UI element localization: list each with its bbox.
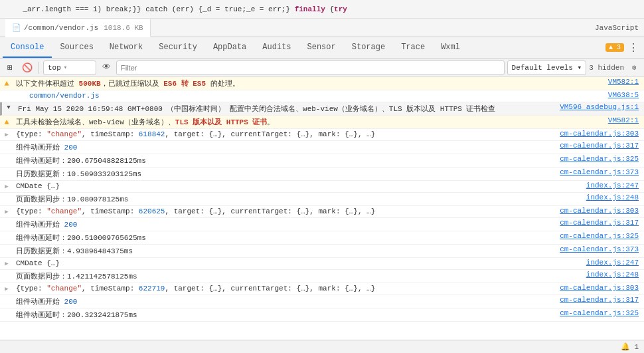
console-row-warn-2: ▲ 工具未检验合法域名、web-view（业务域名）、TLS 版本以及 HTTP… [0,116,644,129]
anim-start-content-1: 组件动画开始 200 [13,142,524,153]
console-row-cmdate-1: ▶ CMDate {…} index.js:247 [0,181,644,193]
console-toolbar: ⊞ 🚫 top ▾ 👁 Default levels ▾ 3 hidden ⚙ [0,59,644,77]
console-row-cal-update-1: 日历数据更新：10.509033203125ms cm-calendar.js:… [0,168,644,181]
cal-update-source-1[interactable]: cm-calendar.js:373 [524,168,644,176]
file-tab-vendor[interactable]: 📄 /common/vendor.js 1018.6 KB [5,19,151,37]
tab-console[interactable]: Console [3,37,52,58]
console-row-obj-2: ▶ {type: "change", timeStamp: 620625, ta… [0,206,644,218]
empty-icon-3 [0,168,13,170]
page-sync-source-2[interactable]: index.js:248 [524,271,644,279]
page-sync-source-1[interactable]: index.js:248 [524,193,644,201]
file-tabs-bar: 📄 /common/vendor.js 1018.6 KB JavaScript [0,19,644,37]
status-bar: 🔔 1 [0,340,644,353]
anim-start-source-3[interactable]: cm-calendar.js:317 [524,296,644,304]
section-content: Fri May 15 2020 16:59:48 GMT+0800 （中国标准时… [15,103,524,114]
anim-start-source-1[interactable]: cm-calendar.js:317 [524,142,644,150]
console-body: ▲ 以下文件体积超过 500KB，已跳过压缩以及 ES6 转 ES5 的处理。 … [0,77,644,353]
devtools-tabs: Console Sources Network Security AppData… [0,37,644,59]
context-selector[interactable]: top ▾ [43,60,96,75]
delay-source-1[interactable]: cm-calendar.js:325 [524,155,644,163]
obj-source-2[interactable]: cm-calendar.js:303 [524,207,644,215]
console-row-page-sync-2: 页面数据同步：1.421142578125ms index.js:248 [0,270,644,283]
file-icon: 📄 [12,23,21,32]
cmdate-source-2[interactable]: index.js:247 [524,259,644,267]
triangle-1[interactable]: ▶ [0,130,13,138]
warn-icon-1: ▲ [0,78,13,88]
cmdate-content-2: CMDate {…} [13,259,524,268]
anim-start-source-2[interactable]: cm-calendar.js:317 [524,219,644,227]
empty-icon-1 [0,142,13,143]
warn-source-1[interactable]: VM582:1 [524,78,644,86]
vendor-source[interactable]: VM638:5 [524,91,644,99]
gear-button[interactable]: ⚙ [627,60,641,75]
console-row-anim-start-1: 组件动画开始 200 cm-calendar.js:317 [0,141,644,154]
levels-selector[interactable]: Default levels ▾ [507,60,587,75]
anim-start-content-3: 组件动画开始 200 [13,296,524,307]
more-icon[interactable]: ⋮ [628,41,639,55]
cal-update-content-2: 日历数据更新：4.93896484375ms [13,245,524,257]
tab-appdata[interactable]: AppData [205,37,254,58]
page-sync-content-1: 页面数据同步：10.080078125ms [13,193,524,205]
delay-source-3[interactable]: cm-calendar.js:325 [524,309,644,317]
warn-content-1: 以下文件体积超过 500KB，已跳过压缩以及 ES6 转 ES5 的处理。 [13,78,524,89]
tab-trace[interactable]: Trace [393,37,433,58]
warn-source-2[interactable]: VM582:1 [524,116,644,124]
tab-security[interactable]: Security [151,37,205,58]
section-icon[interactable]: ▼ [2,103,15,111]
cmdate-source-1[interactable]: index.js:247 [524,181,644,189]
toolbar-separator-1 [39,62,39,74]
console-row-obj-3: ▶ {type: "change", timeStamp: 622719, ta… [0,283,644,295]
hidden-count: 3 hidden [589,64,624,72]
cal-update-source-2[interactable]: cm-calendar.js:373 [524,245,644,253]
code-text: _arr.length === i) break;}} catch (err) … [5,5,347,13]
tab-audits[interactable]: Audits [254,37,299,58]
message-count: 🔔 1 [621,342,639,351]
vendor-content: common/vendor.js [27,91,524,100]
grid-icon[interactable]: ⊞ [3,60,17,75]
empty-icon-4 [0,193,13,195]
cal-update-content-1: 日历数据更新：10.509033203125ms [13,168,524,179]
empty-icon-5 [0,219,13,220]
tab-storage[interactable]: Storage [344,37,393,58]
section-source[interactable]: VM596 asdebug.js:1 [524,103,644,111]
filter-input[interactable] [116,60,505,75]
tab-icons-right: ▲ 3 ⋮ [605,41,644,55]
delay-content-1: 组件动画延时：200.675048828125ms [13,155,524,166]
triangle-3[interactable]: ▶ [0,284,13,293]
empty-icon-10 [0,309,13,310]
dropdown-arrow: ▾ [64,64,67,71]
obj-content-1: {type: "change", timeStamp: 618842, targ… [13,130,524,139]
empty-icon-8 [0,271,13,272]
console-row-delay-1: 组件动画延时：200.675048828125ms cm-calendar.js… [0,154,644,168]
tab-sensor[interactable]: Sensor [299,37,344,58]
tab-network[interactable]: Network [102,37,151,58]
page-sync-content-2: 页面数据同步：1.421142578125ms [13,271,524,282]
console-row-page-sync-1: 页面数据同步：10.080078125ms index.js:248 [0,193,644,206]
delay-source-2[interactable]: cm-calendar.js:325 [524,232,644,240]
triangle-cmdate-2[interactable]: ▶ [0,259,13,267]
triangle-cmdate-1[interactable]: ▶ [0,181,13,190]
obj-source-1[interactable]: cm-calendar.js:303 [524,130,644,138]
empty-icon-6 [0,232,13,233]
obj-source-3[interactable]: cm-calendar.js:303 [524,284,644,292]
console-row-section: ▼ Fri May 15 2020 16:59:48 GMT+0800 （中国标… [0,102,644,116]
console-row-anim-start-2: 组件动画开始 200 cm-calendar.js:317 [0,218,644,231]
eye-button[interactable]: 👁 [99,60,114,75]
file-tab-path: /common/vendor.js [24,24,98,32]
file-lang: JavaScript [595,24,644,32]
console-row-delay-2: 组件动画延时：200.51000976562​5ms cm-calendar.j… [0,231,644,245]
empty-icon-7 [0,245,13,247]
obj-content-3: {type: "change", timeStamp: 622719, targ… [13,284,524,293]
obj-content-2: {type: "change", timeStamp: 620625, targ… [13,207,524,216]
console-row-anim-start-3: 组件动画开始 200 cm-calendar.js:317 [0,295,644,308]
clear-button[interactable]: 🚫 [20,60,35,75]
console-row-vendor: common/vendor.js VM638:5 [0,90,644,102]
console-row-warn-1: ▲ 以下文件体积超过 500KB，已跳过压缩以及 ES6 转 ES5 的处理。 … [0,77,644,90]
triangle-2[interactable]: ▶ [0,207,13,215]
delay-content-2: 组件动画延时：200.51000976562​5ms [13,232,524,243]
tab-wxml[interactable]: Wxml [433,37,468,58]
levels-label: Default levels ▾ [512,63,582,72]
cmdate-content-1: CMDate {…} [13,181,524,191]
tab-sources[interactable]: Sources [52,37,101,58]
empty-icon-9 [0,296,13,297]
